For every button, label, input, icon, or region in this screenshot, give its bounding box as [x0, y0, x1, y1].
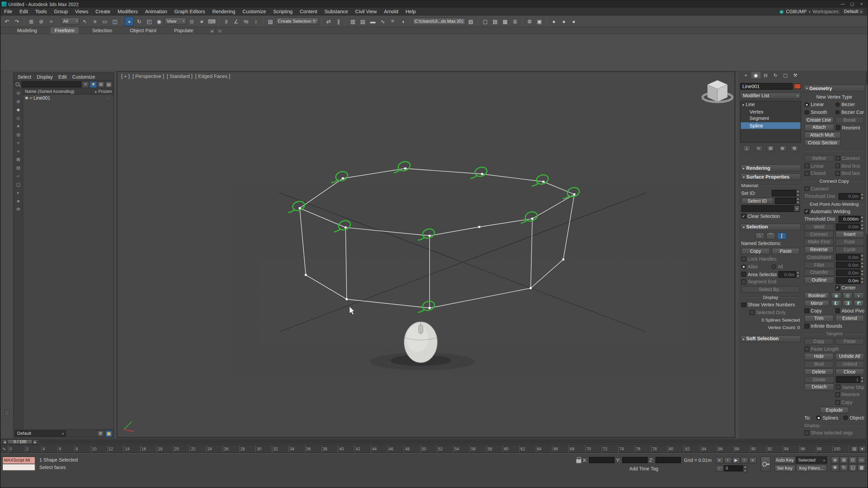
menu-help[interactable]: Help	[402, 8, 419, 15]
display-cameras-icon[interactable]: ◎	[14, 130, 22, 139]
zoom-icon[interactable]: ⊕	[831, 456, 839, 464]
mirror-horizontal-icon[interactable]: ◧	[831, 300, 841, 307]
toggle-ribbon-icon[interactable]: ▬	[368, 16, 378, 26]
explorer-grid-view-icon[interactable]: ▦	[105, 430, 112, 437]
object-color-swatch[interactable]	[794, 84, 801, 89]
save-file-icon[interactable]: ▦	[500, 16, 510, 26]
rectangular-selection-icon[interactable]: ▭	[100, 16, 110, 26]
align-icon[interactable]: ∥	[334, 16, 343, 26]
macro-recorder-line[interactable]: MAXScript Mi	[2, 456, 36, 464]
rollout-soft-selection[interactable]: ▸Soft Selection	[740, 335, 801, 342]
utilities-tab-icon[interactable]: ⚒	[791, 72, 800, 78]
cgbump-menu[interactable]: CGBUMP	[786, 8, 807, 14]
paste-button[interactable]: Paste	[771, 248, 800, 255]
material-editor-icon[interactable]: ◑	[398, 16, 408, 26]
window-crossing-icon[interactable]: ◫	[110, 16, 120, 26]
viewport-shading-menu[interactable]: [ Edged Faces ]	[195, 74, 230, 79]
boolean-intersect-icon[interactable]: ◐	[854, 292, 864, 299]
display-frozen-icon[interactable]: ∗	[14, 197, 22, 205]
boolean-button[interactable]: Boolean	[804, 292, 829, 299]
ribbon-tab-selection[interactable]: Selection	[88, 27, 117, 34]
y-coordinate-field[interactable]	[622, 457, 648, 463]
spinner-arrows-icon[interactable]: ▲▼	[860, 223, 864, 230]
unhide-all-button[interactable]: Unhide All	[835, 353, 864, 360]
attach-button[interactable]: Attach	[804, 124, 834, 131]
menu-customize[interactable]: Customize	[239, 8, 270, 15]
cross-section-button[interactable]: Cross Section	[804, 139, 841, 146]
display-none-icon[interactable]: ⊘	[14, 97, 22, 105]
open-file-icon[interactable]: ▧	[491, 16, 500, 26]
trim-button[interactable]: Trim	[804, 315, 833, 322]
command-panel-scrollbar[interactable]	[866, 72, 868, 439]
display-spacewarps-icon[interactable]: ≈	[14, 147, 22, 155]
select-object-icon[interactable]: ↖	[80, 16, 90, 26]
selection-filter-dropdown[interactable]: All▾	[61, 17, 80, 25]
menu-content[interactable]: Content	[296, 8, 321, 15]
spinner-arrows-icon[interactable]: ▲▼	[860, 277, 864, 284]
named-selection-sets-dropdown[interactable]: Create Selection Set▾	[276, 17, 319, 25]
zoom-region-icon[interactable]: ▭	[857, 456, 866, 464]
create-line-button[interactable]: Create Line	[804, 117, 833, 123]
display-shapes-icon[interactable]: ◇	[14, 114, 22, 122]
add-time-tag-button[interactable]: Add Time Tag	[576, 465, 712, 472]
create-tab-icon[interactable]: +	[741, 72, 750, 78]
smooth-radio[interactable]: Smooth	[804, 109, 833, 115]
boolean-subtract-icon[interactable]: ◎	[843, 292, 853, 299]
hide-button[interactable]: Hide	[804, 353, 833, 360]
render-setup-icon[interactable]: ⚙	[525, 16, 534, 26]
auto-key-button[interactable]: Auto Key	[774, 456, 795, 464]
insert-button[interactable]: Insert	[835, 231, 864, 238]
ribbon-tab-populate[interactable]: Populate	[170, 27, 198, 34]
value-spinner[interactable]: ▲▼	[771, 190, 800, 197]
splines-radio[interactable]: Splines	[816, 415, 842, 420]
spinner-arrows-icon[interactable]: ▲▼	[796, 190, 800, 197]
stack-expand-icon[interactable]: ▾	[742, 103, 744, 106]
ribbon-tab-object-paint[interactable]: Object Paint	[125, 27, 161, 34]
keyboard-override-icon[interactable]: ⌨	[207, 16, 217, 26]
play-icon[interactable]: ▶	[732, 457, 740, 464]
clear-selection-checkbox[interactable]: ✓Clear Selection	[741, 214, 800, 219]
attach-mult-button[interactable]: Attach Mult.	[804, 132, 841, 139]
explorer-list-view-icon[interactable]: ≣	[97, 430, 104, 437]
scene-script-icon[interactable]: ≣	[510, 16, 520, 26]
mirror-both-icon[interactable]: ◩	[854, 300, 864, 307]
modifier-list-dropdown[interactable]: Modifier List ▾	[740, 93, 801, 99]
menu-substance[interactable]: Substance	[321, 8, 352, 15]
display-groups-icon[interactable]: ⊞	[14, 156, 22, 164]
clear-search-icon[interactable]: ×	[82, 81, 89, 88]
menu-group[interactable]: Group	[51, 8, 72, 15]
time-slider-handle[interactable]: 0 / 100	[7, 439, 33, 444]
viewport-pov-menu[interactable]: [ Perspective ]	[133, 74, 164, 79]
select-and-rotate-icon[interactable]: ↻	[135, 16, 144, 26]
modify-tab-icon[interactable]: ◉	[751, 72, 760, 78]
make-unique-icon[interactable]: ⊞	[767, 145, 774, 152]
z-coordinate-field[interactable]	[655, 457, 680, 463]
trackbar-filter-icon[interactable]: ▾	[859, 446, 866, 452]
select-id-button[interactable]: Select ID	[741, 197, 773, 204]
bezier-radio[interactable]: Bezier	[835, 102, 864, 107]
area-selection-checkbox[interactable]: Area Selection	[741, 271, 776, 277]
dock-grip-handle[interactable]	[4, 410, 9, 416]
key-filters-button[interactable]: Key Filters...	[796, 465, 827, 472]
menu-rendering[interactable]: Rendering	[209, 8, 239, 15]
time-slider-track[interactable]	[39, 441, 866, 443]
hierarchy-tab-icon[interactable]: ⊟	[761, 72, 770, 78]
go-to-start-icon[interactable]: «	[715, 457, 723, 464]
motion-tab-icon[interactable]: ↻	[771, 72, 780, 78]
scene-search-input[interactable]	[22, 81, 81, 87]
extend-button[interactable]: Extend	[835, 315, 864, 322]
explorer-layout-dropdown[interactable]: Default ▾	[15, 430, 66, 436]
menu-arnold[interactable]: Arnold	[380, 8, 402, 15]
display-tab-icon[interactable]: ▢	[781, 72, 790, 78]
workspace-dropdown[interactable]: Default ▾	[842, 8, 864, 14]
vertex-subobject-icon[interactable]: ∴	[755, 232, 764, 240]
project-folder-field[interactable]	[412, 17, 466, 24]
reference-coordinate-dropdown[interactable]: View▾	[164, 17, 186, 25]
list-item-line001[interactable]: ◉▱Line001·	[23, 95, 114, 101]
import-scene-icon[interactable]: ▢	[480, 16, 490, 26]
viewport-general-menu[interactable]: [ + ]	[121, 74, 130, 79]
copy-checkbox[interactable]: Copy	[804, 308, 833, 313]
minimize-button[interactable]: —	[838, 1, 848, 7]
menu-modifiers[interactable]: Modifiers	[114, 8, 141, 15]
menu-file[interactable]: File	[1, 8, 16, 15]
